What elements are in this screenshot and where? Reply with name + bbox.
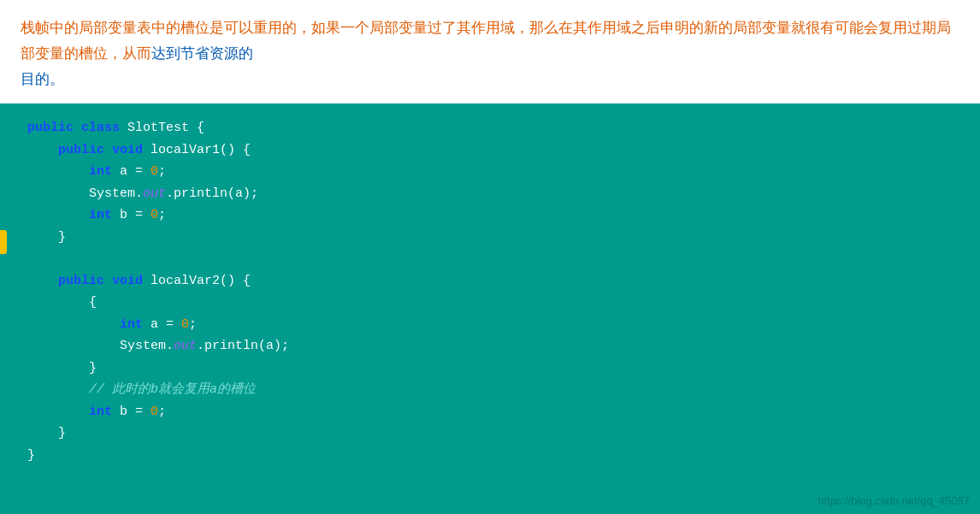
code-line-4: System.out.println(a);	[27, 183, 959, 205]
code-block: public class SlotTest { public void loca…	[0, 117, 980, 466]
code-line-8: public void localVar2() {	[27, 270, 959, 292]
code-line-3: int a = 0;	[27, 161, 959, 183]
highlight-text: 达到节省资源的目的。	[21, 45, 253, 87]
code-line-6: }	[27, 227, 959, 249]
yellow-marker	[0, 230, 7, 254]
code-section: public class SlotTest { public void loca…	[0, 103, 980, 514]
description-block: 栈帧中的局部变量表中的槽位是可以重用的，如果一个局部变量过了其作用域，那么在其作…	[0, 0, 980, 103]
code-line-11: System.out.println(a);	[27, 335, 959, 357]
code-line-12: }	[27, 357, 959, 380]
code-line-14: int b = 0;	[27, 401, 959, 423]
code-line-15: }	[27, 422, 959, 445]
code-line-1: public class SlotTest {	[27, 117, 959, 139]
code-line-7	[27, 248, 959, 270]
code-line-2: public void localVar1() {	[27, 139, 959, 162]
code-line-5: int b = 0;	[27, 204, 959, 227]
code-line-16: }	[27, 445, 959, 467]
watermark: https://blog.csdn.net/qq_45057	[818, 494, 970, 507]
code-line-13: // 此时的b就会复用a的槽位	[27, 379, 959, 401]
code-line-9: {	[27, 292, 959, 314]
code-line-10: int a = 0;	[27, 314, 959, 336]
page-wrapper: 栈帧中的局部变量表中的槽位是可以重用的，如果一个局部变量过了其作用域，那么在其作…	[0, 0, 980, 514]
description-text: 栈帧中的局部变量表中的槽位是可以重用的，如果一个局部变量过了其作用域，那么在其作…	[21, 20, 951, 87]
